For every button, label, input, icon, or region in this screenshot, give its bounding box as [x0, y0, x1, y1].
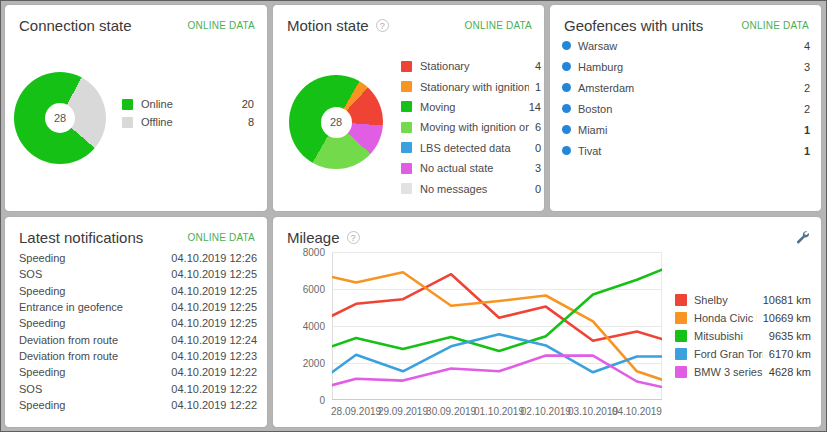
notification-type: Speeding — [19, 252, 171, 264]
notification-timestamp: 04.10.2019 12:25 — [171, 268, 257, 280]
geofence-dot-icon — [562, 104, 571, 113]
legend-label: Stationary with ignition on — [420, 81, 529, 93]
legend-row: LBS detected data 0 — [401, 138, 541, 158]
legend-value: 8 — [248, 116, 254, 128]
x-axis-tick-label: 04.10.2019 — [612, 406, 662, 417]
legend-row: Mitsubishi 9635 km — [675, 327, 811, 345]
legend-value: 3 — [535, 162, 541, 174]
notification-type: Deviation from route — [19, 334, 171, 346]
connection-header: Connection state ONLINE DATA — [5, 5, 267, 36]
geofence-dot-icon — [562, 62, 571, 71]
notification-timestamp: 04.10.2019 12:22 — [171, 383, 257, 395]
legend-row: No messages 0 — [401, 178, 541, 198]
legend-label: No actual state — [420, 162, 529, 174]
legend-row: Shelby 10681 km — [675, 291, 811, 309]
legend-label: Mitsubishi — [694, 330, 763, 342]
mileage-line-chart[interactable] — [332, 252, 662, 400]
legend-swatch-icon — [675, 330, 687, 342]
legend-label: Stationary — [420, 60, 529, 72]
motion-legend: Stationary 4 Stationary with ignition on… — [401, 56, 541, 199]
notification-row: Speeding 04.10.2019 12:25 — [19, 283, 257, 299]
geofence-name: Miami — [578, 124, 804, 136]
donut-hole: 28 — [45, 103, 75, 133]
notification-row: SOS 04.10.2019 12:25 — [19, 266, 257, 282]
legend-row: Offline 8 — [122, 113, 254, 131]
geofence-dot-icon — [562, 125, 571, 134]
legend-value: 0 — [535, 142, 541, 154]
geofence-unit-count: 2 — [804, 82, 810, 94]
notification-timestamp: 04.10.2019 12:23 — [171, 350, 257, 362]
geofence-row: Amsterdam 2 — [562, 77, 810, 98]
notification-row: Deviation from route 04.10.2019 12:24 — [19, 331, 257, 347]
legend-label: Honda Civic R — [694, 312, 757, 324]
geofence-list: Warsaw 4 Hamburg 3 Amsterdam 2 Boston 2 … — [562, 35, 810, 161]
legend-row: Stationary 4 — [401, 56, 541, 76]
geofence-name: Hamburg — [578, 61, 804, 73]
legend-value: 20 — [242, 98, 254, 110]
legend-label: Ford Gran Torino — [694, 348, 763, 360]
motion-header: Motion state ? ONLINE DATA — [273, 5, 544, 36]
motion-donut-chart[interactable]: 28 — [289, 75, 383, 169]
legend-swatch-icon — [401, 142, 412, 153]
y-axis-tick-label: 8000 — [273, 247, 325, 258]
notification-type: Speeding — [19, 317, 171, 329]
legend-value: 4628 km — [769, 366, 811, 378]
notification-type: Speeding — [19, 366, 171, 378]
online-data-badge[interactable]: ONLINE DATA — [465, 20, 532, 31]
connection-title: Connection state — [19, 17, 132, 34]
x-axis-tick-label: 29.09.2019 — [378, 406, 428, 417]
geofence-name: Amsterdam — [578, 82, 804, 94]
legend-swatch-icon — [675, 312, 687, 324]
legend-row: Ford Gran Torino 6170 km — [675, 345, 811, 363]
legend-swatch-icon — [401, 122, 412, 133]
legend-swatch-icon — [401, 163, 412, 174]
legend-label: Online — [141, 98, 236, 110]
panel-connection-state: Connection state ONLINE DATA 28 Online 2… — [5, 5, 267, 211]
x-axis-tick-label: 28.09.2019 — [331, 406, 381, 417]
notification-type: Deviation from route — [19, 350, 171, 362]
notification-timestamp: 04.10.2019 12:22 — [171, 399, 257, 411]
x-axis-tick-label: 02.10.2019 — [521, 406, 571, 417]
legend-label: No messages — [420, 183, 529, 195]
notifications-header: Latest notifications ONLINE DATA — [5, 217, 267, 248]
legend-value: 9635 km — [769, 330, 811, 342]
geofence-name: Boston — [578, 103, 804, 115]
geofence-row: Miami 1 — [562, 119, 810, 140]
panel-geofences: Geofences with units ONLINE DATA Warsaw … — [550, 5, 821, 211]
online-data-badge[interactable]: ONLINE DATA — [742, 20, 809, 31]
donut-total-label: 28 — [330, 116, 342, 128]
donut-hole: 28 — [321, 107, 352, 138]
notification-timestamp: 04.10.2019 12:25 — [171, 301, 257, 313]
legend-label: BMW 3 series — [694, 366, 763, 378]
notification-timestamp: 04.10.2019 12:22 — [171, 366, 257, 378]
dashboard: Connection state ONLINE DATA 28 Online 2… — [1, 1, 826, 431]
legend-row: Moving 14 — [401, 97, 541, 117]
notification-type: Speeding — [19, 285, 171, 297]
notification-row: Speeding 04.10.2019 12:22 — [19, 397, 257, 413]
legend-row: Online 20 — [122, 95, 254, 113]
online-data-badge[interactable]: ONLINE DATA — [188, 20, 255, 31]
online-data-badge[interactable]: ONLINE DATA — [188, 232, 255, 243]
legend-label: Shelby — [694, 294, 757, 306]
mileage-chart-area: 02000400060008000 28.09.201929.09.201930… — [273, 217, 821, 427]
geofence-name: Warsaw — [578, 40, 804, 52]
connection-donut-chart[interactable]: 28 — [14, 72, 106, 164]
legend-row: BMW 3 series 4628 km — [675, 363, 811, 381]
notification-timestamp: 04.10.2019 12:24 — [171, 334, 257, 346]
legend-swatch-icon — [675, 348, 687, 360]
geofence-row: Hamburg 3 — [562, 56, 810, 77]
x-axis-tick-label: 30.09.2019 — [426, 406, 476, 417]
geofence-row: Warsaw 4 — [562, 35, 810, 56]
geofence-unit-count: 1 — [804, 145, 810, 157]
geofence-dot-icon — [562, 83, 571, 92]
legend-swatch-icon — [122, 99, 133, 110]
panel-mileage: Mileage ? 02000400060008000 28.09.201929… — [273, 217, 821, 427]
notification-timestamp: 04.10.2019 12:26 — [171, 252, 257, 264]
notification-row: Deviation from route 04.10.2019 12:23 — [19, 348, 257, 364]
help-icon[interactable]: ? — [376, 19, 389, 32]
notification-type: SOS — [19, 383, 171, 395]
geofence-dot-icon — [562, 41, 571, 50]
geofence-unit-count: 3 — [804, 61, 810, 73]
legend-value: 1 — [535, 81, 541, 93]
legend-swatch-icon — [401, 183, 412, 194]
